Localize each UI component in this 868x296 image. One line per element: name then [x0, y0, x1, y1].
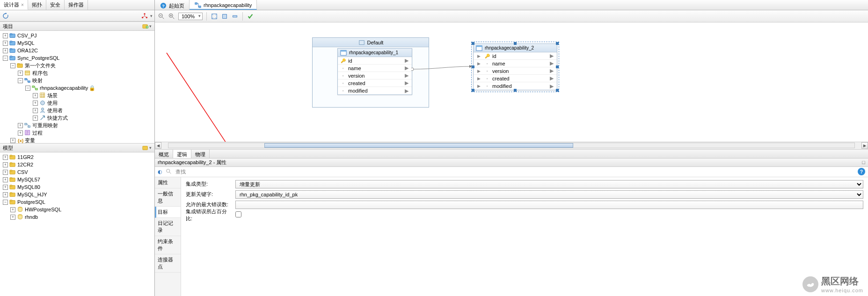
model-tree[interactable]: +11GR2+12CR2+CSV+MySQL57+MySQL80+MySQL_H…: [0, 152, 154, 296]
tree-node[interactable]: +使用: [0, 99, 154, 107]
tree-node[interactable]: +{x}变量: [0, 137, 154, 143]
help-icon[interactable]: ?: [858, 168, 865, 175]
expand-toggle[interactable]: +: [3, 41, 8, 46]
refresh-icon[interactable]: [2, 12, 9, 20]
zoom-in-icon[interactable]: [168, 13, 175, 20]
expand-toggle[interactable]: +: [33, 116, 38, 121]
new-folder-icon[interactable]: [142, 22, 149, 30]
restore-icon[interactable]: □: [862, 159, 865, 165]
expand-toggle[interactable]: +: [3, 177, 8, 182]
column-row[interactable]: ◦name▶: [338, 65, 412, 72]
tree-node[interactable]: +MySQL: [0, 39, 154, 47]
new-model-icon[interactable]: [142, 144, 149, 152]
prop-category[interactable]: 一般信息: [155, 188, 181, 207]
tree-node[interactable]: −Sync_PostgreSQL: [0, 54, 154, 62]
tree-node[interactable]: +快捷方式: [0, 114, 154, 122]
expand-toggle[interactable]: −: [3, 200, 8, 205]
canvas[interactable]: Default rhnpackagecapability_1 🔑id▶◦name…: [155, 22, 868, 142]
tree-node[interactable]: +过程: [0, 129, 154, 137]
expand-toggle[interactable]: +: [3, 33, 8, 38]
expand-toggle[interactable]: −: [3, 56, 8, 61]
expand-toggle[interactable]: +: [33, 108, 38, 113]
expand-toggle[interactable]: +: [33, 93, 38, 98]
tab-start-page[interactable]: ? 起始页: [155, 0, 190, 10]
tree-node[interactable]: +rhndb: [0, 213, 154, 221]
tree-node[interactable]: +可重用映射: [0, 122, 154, 129]
column-row[interactable]: ◦created▶: [338, 79, 412, 87]
expand-icon[interactable]: [221, 13, 228, 20]
tree-node[interactable]: −rhnpackagecapability 🔒: [0, 84, 154, 92]
expand-toggle[interactable]: −: [10, 63, 15, 68]
tab-topology[interactable]: 拓扑: [28, 0, 46, 10]
search-input[interactable]: [175, 169, 855, 174]
scroll-right-button[interactable]: ▶: [861, 142, 868, 149]
zoom-out-icon[interactable]: [158, 13, 165, 20]
view-overview[interactable]: 概览: [155, 150, 173, 158]
tree-node[interactable]: −第一个文件夹: [0, 62, 154, 69]
tree-node[interactable]: +程序包: [0, 69, 154, 77]
tab-security[interactable]: 安全: [46, 0, 65, 10]
expand-toggle[interactable]: +: [3, 155, 8, 160]
view-logical[interactable]: 逻辑: [173, 150, 191, 158]
tree-node[interactable]: +CSV_PJ: [0, 32, 154, 39]
expand-toggle[interactable]: +: [10, 138, 15, 143]
tree-node[interactable]: +使用者: [0, 107, 154, 114]
column-row[interactable]: ▶◦name▶: [474, 60, 557, 67]
entity-source[interactable]: rhnpackagecapability_1 🔑id▶◦name▶◦versio…: [337, 48, 412, 95]
tree-node[interactable]: +11GR2: [0, 153, 154, 161]
mapping-connector[interactable]: [411, 65, 474, 74]
column-row[interactable]: 🔑id▶: [338, 57, 412, 65]
update-key-select[interactable]: rhn_pkg_capability_id_pk: [235, 190, 863, 199]
tab-operator[interactable]: 操作器: [65, 0, 88, 10]
tree-node[interactable]: −PostgreSQL: [0, 198, 154, 206]
tab-designer[interactable]: 设计器: [0, 0, 28, 10]
column-row[interactable]: ▶◦version▶: [474, 67, 557, 75]
expand-toggle[interactable]: +: [18, 130, 23, 136]
expand-toggle[interactable]: +: [3, 192, 8, 197]
expand-toggle[interactable]: +: [18, 123, 23, 128]
hierarchy-icon[interactable]: [141, 12, 148, 20]
tree-node[interactable]: +MySQL_HJY: [0, 191, 154, 198]
scroll-left-button[interactable]: ◀: [155, 142, 161, 149]
tab-mapping[interactable]: rhnpackagecapability: [190, 0, 257, 10]
tree-node[interactable]: +MySQL80: [0, 183, 154, 191]
project-tree[interactable]: +CSV_PJ+MySQL+ORA12C−Sync_PostgreSQL−第一个…: [0, 31, 154, 143]
prop-category[interactable]: 目标: [155, 207, 181, 218]
expand-toggle[interactable]: −: [18, 78, 23, 83]
expand-toggle[interactable]: +: [3, 48, 8, 53]
tree-node[interactable]: −映射: [0, 77, 154, 84]
integration-type-select[interactable]: 增量更新: [235, 180, 863, 188]
zoom-level[interactable]: 100%: [178, 13, 203, 20]
tree-node[interactable]: +ORA12C: [0, 47, 154, 54]
prop-category[interactable]: 连接器点: [155, 254, 181, 273]
fit-icon[interactable]: [211, 13, 218, 20]
collapse-toggle-icon[interactable]: ◐: [158, 169, 162, 175]
error-pct-checkbox[interactable]: [235, 211, 241, 217]
prop-category[interactable]: 日记记录: [155, 218, 181, 236]
column-row[interactable]: ▶🔑id▶: [474, 52, 557, 60]
expand-toggle[interactable]: +: [10, 207, 15, 212]
tree-node[interactable]: +12CR2: [0, 161, 154, 168]
tree-node[interactable]: +场景: [0, 92, 154, 99]
expand-toggle[interactable]: +: [3, 170, 8, 175]
column-row[interactable]: ▶◦created▶: [474, 75, 557, 82]
validate-icon[interactable]: [247, 13, 254, 20]
column-row[interactable]: ◦version▶: [338, 72, 412, 79]
view-physical[interactable]: 物理: [191, 150, 210, 158]
expand-toggle[interactable]: +: [33, 101, 38, 106]
column-row[interactable]: ◦modified▶: [338, 87, 412, 94]
entity-target[interactable]: rhnpackagecapability_2 ▶🔑id▶▶◦name▶▶◦ver…: [473, 43, 557, 90]
tree-node[interactable]: +CSV: [0, 168, 154, 176]
prop-category[interactable]: 属性: [155, 177, 181, 188]
expand-toggle[interactable]: +: [10, 215, 15, 220]
tree-node[interactable]: +HWPostgreSQL: [0, 206, 154, 213]
tree-node[interactable]: +MySQL57: [0, 176, 154, 183]
prop-category[interactable]: 约束条件: [155, 236, 181, 254]
expand-toggle[interactable]: +: [18, 71, 23, 76]
collapse-icon[interactable]: [231, 13, 239, 20]
expand-toggle[interactable]: +: [3, 162, 8, 167]
expand-toggle[interactable]: +: [3, 185, 8, 190]
horizontal-scrollbar[interactable]: ◀ ▶: [155, 142, 868, 149]
expand-toggle[interactable]: −: [25, 86, 30, 91]
max-errors-input[interactable]: [235, 201, 863, 209]
